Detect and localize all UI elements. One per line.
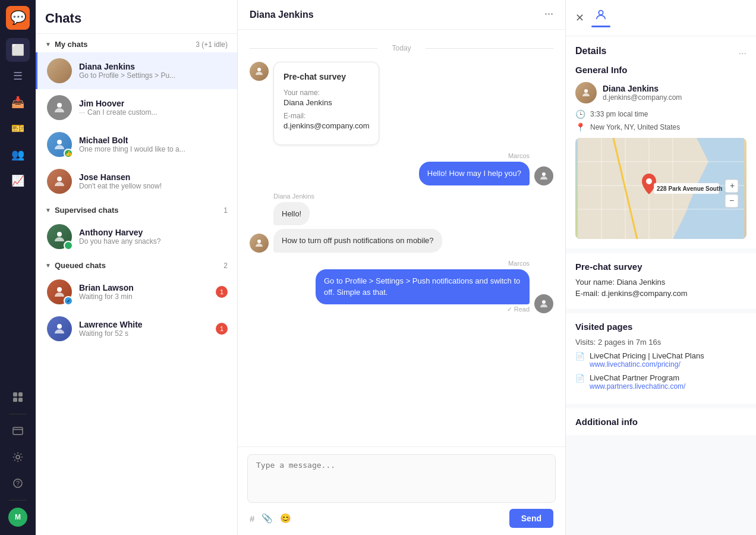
page-title-1: LiveChat Pricing | LiveChat Plans [590, 351, 704, 360]
send-button[interactable]: Send [509, 509, 553, 528]
chat-input-toolbar: # 📎 😊 Send [247, 505, 556, 528]
survey-email-value: d.jenkins@company.com [284, 121, 369, 130]
nav-inbox-icon[interactable]: 📥 [6, 90, 30, 114]
chat-more-options[interactable]: ··· [544, 8, 553, 21]
chat-header: Diana Jenkins ··· [238, 0, 565, 30]
close-button[interactable]: ✕ [575, 11, 584, 24]
location-row: 📍 New York, NY, United States [575, 122, 746, 132]
bubble-outgoing-2: Go to Profile > Settings > Push notifica… [316, 269, 530, 304]
customer-name: Diana Jenkins [603, 84, 682, 93]
nav-user-status[interactable]: M [6, 505, 30, 529]
team-icon: 👥 [11, 148, 24, 161]
chart-icon: 📈 [11, 174, 24, 187]
chat-info-jose: Jose Hansen Don't eat the yellow snow! [79, 172, 228, 190]
chat-contact-name: Diana Jenkins [250, 10, 314, 20]
profile-tab-icon [594, 8, 607, 24]
additional-info-title: Additional info [575, 417, 746, 427]
nav-chats-icon[interactable]: ⬜ [6, 38, 30, 62]
customer-info-row: Diana Jenkins d.jenkins@company.com [575, 82, 746, 103]
avatar-image-jose [47, 169, 72, 194]
svg-point-19 [598, 11, 603, 15]
chat-item-jose[interactable]: Jose Hansen Don't eat the yellow snow! [36, 163, 237, 200]
list-icon: ☰ [13, 70, 23, 83]
details-more-button[interactable]: ... [739, 46, 746, 56]
message-row-outgoing-2: Marcos Go to Profile > Settings > Push n… [250, 260, 553, 313]
chat-name-lawrence: Lawrence White [79, 320, 216, 329]
svg-point-14 [57, 324, 62, 329]
page-link-1: 📄 LiveChat Pricing | LiveChat Plans www.… [575, 351, 746, 369]
msg-avatar-marcos-1 [534, 166, 553, 185]
michael-status-badge: 👍 [64, 149, 73, 158]
svg-rect-3 [18, 398, 23, 402]
chevron-queued-icon: ▼ [45, 262, 51, 269]
survey-detail-name: Your name: Diana Jenkins [575, 278, 746, 287]
nav-browser-icon[interactable] [6, 419, 30, 443]
page-title-2: LiveChat Partner Program [590, 373, 685, 382]
details-header: Details ... [575, 46, 746, 56]
chat-preview-brian: Waiting for 3 min [79, 292, 216, 301]
location-icon: 📍 [575, 122, 585, 132]
message-input[interactable] [247, 454, 556, 503]
svg-point-17 [257, 240, 261, 243]
hashtag-icon[interactable]: # [250, 514, 254, 524]
nav-team-icon[interactable]: 👥 [6, 143, 30, 166]
msg-avatar-diana-1 [250, 234, 269, 253]
avatar-jim [47, 95, 72, 120]
chevron-down-icon: ▼ [45, 41, 51, 48]
nav-apps-icon[interactable] [6, 385, 30, 409]
profile-tab[interactable] [591, 8, 610, 27]
nav-ticket-icon[interactable]: 🎫 [6, 117, 30, 140]
sidebar: Chats ▼ My chats 3 (+1 idle) Diana Jenki… [36, 0, 238, 535]
chat-item-michael[interactable]: 👍 Michael Bolt One more thing I would li… [36, 126, 237, 163]
supervised-label: Supervised chats [55, 206, 223, 215]
my-chats-section-header[interactable]: ▼ My chats 3 (+1 idle) [36, 34, 237, 52]
message-row-incoming-diana: Diana Jenkins Hello! How to turn off pus… [250, 193, 553, 253]
details-title: Details [575, 46, 606, 56]
survey-card-title: Pre-chat survey [284, 72, 369, 81]
svg-text:228 Park Avenue South: 228 Park Avenue South [657, 185, 722, 192]
nav-list-icon[interactable]: ☰ [6, 64, 30, 88]
pre-chat-survey-section: Pre-chat survey Your name: Diana Jenkins… [566, 253, 756, 309]
page-link-2: 📄 LiveChat Partner Program www.partners.… [575, 373, 746, 391]
attachment-icon[interactable]: 📎 [262, 513, 273, 524]
page-url-1[interactable]: www.livechatinc.com/pricing/ [590, 360, 704, 369]
general-info-section: General Info Diana Jenkins d.jenkins@com… [575, 65, 746, 239]
chat-item-lawrence[interactable]: Lawrence White Waiting for 52 s 1 [36, 310, 237, 347]
svg-text:+: + [730, 181, 735, 190]
app-logo: 💬 [6, 6, 30, 30]
anthony-status-badge [64, 241, 73, 250]
chat-messages-area: Today Pre-chat survey Your name: Diana J… [238, 30, 565, 446]
sender-diana: Diana Jenkins [273, 193, 314, 200]
chat-preview-michael: One more thing I would like to a... [79, 145, 228, 153]
svg-point-11 [57, 177, 62, 181]
svg-text:−: − [729, 196, 734, 205]
avatar-jose [47, 169, 72, 194]
chat-info-lawrence: Lawrence White Waiting for 52 s [79, 320, 216, 338]
survey-section-title: Pre-chat survey [575, 262, 746, 272]
sidebar-title: Chats [36, 0, 237, 34]
survey-message-row: Pre-chat survey Your name: Diana Jenkins… [250, 62, 553, 145]
nav-chart-icon[interactable]: 📈 [6, 169, 30, 193]
sender-marcos-1: Marcos [508, 152, 530, 159]
chat-name-brian: Brian Lawson [79, 283, 216, 292]
nav-help-icon[interactable]: ? [6, 471, 30, 495]
chat-name-jim: Jim Hoover [79, 99, 228, 108]
chat-item-jim[interactable]: Jim Hoover ··· Can I create custom... [36, 89, 237, 126]
page-url-2[interactable]: www.partners.livechatinc.com/ [590, 382, 685, 391]
clock-icon: 🕒 [575, 109, 585, 119]
chat-item-diana[interactable]: Diana Jenkins Go to Profile > Settings >… [36, 52, 237, 89]
supervised-chats-header[interactable]: ▼ Supervised chats 1 [36, 200, 237, 218]
chat-item-brian[interactable]: ✓ Brian Lawson Waiting for 3 min 1 [36, 273, 237, 310]
emoji-icon[interactable]: 😊 [280, 513, 291, 524]
message-col-outgoing-2: Marcos Go to Profile > Settings > Push n… [316, 260, 530, 313]
my-chats-label: My chats [55, 40, 196, 49]
survey-field-name: Your name: Diana Jenkins [284, 89, 369, 107]
page-link-content-2: LiveChat Partner Program www.partners.li… [590, 373, 685, 391]
location-value: New York, NY, United States [590, 123, 680, 131]
brian-unread-badge: 1 [216, 286, 228, 298]
svg-point-12 [57, 232, 62, 237]
nav-settings-icon[interactable] [6, 445, 30, 469]
queued-chats-header[interactable]: ▼ Queued chats 2 [36, 255, 237, 273]
survey-detail-email: E-mail: d.jenkins@company.com [575, 289, 746, 298]
chat-item-anthony[interactable]: Anthony Harvey Do you have any snacks? [36, 218, 237, 255]
